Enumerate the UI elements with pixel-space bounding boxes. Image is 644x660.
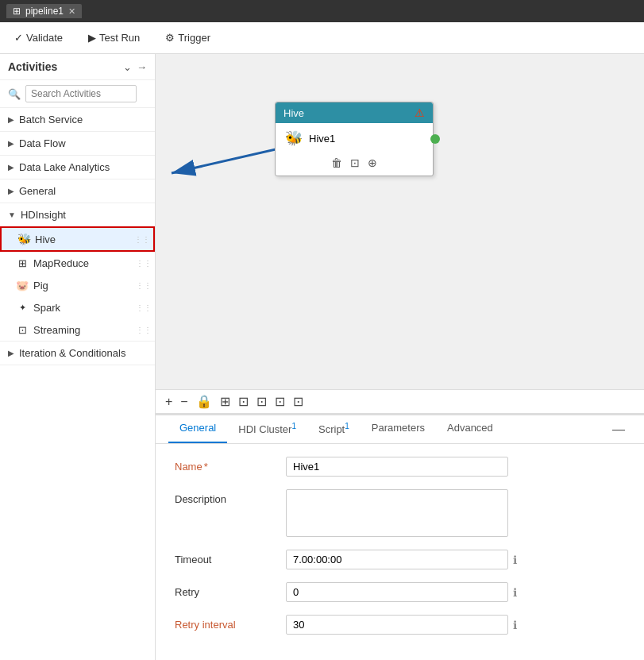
retry-interval-input-wrap: ℹ	[286, 615, 625, 635]
sidebar-group-hdinsight-label: HDInsight	[21, 209, 66, 221]
fit-button[interactable]: ⊞	[220, 394, 230, 409]
sidebar-group-batch-service-header[interactable]: Batch Service	[0, 108, 155, 131]
sidebar-header-icons[interactable]: ⌄ →	[123, 61, 147, 73]
timeout-info-icon[interactable]: ℹ	[513, 554, 517, 566]
description-input-wrap	[286, 489, 625, 537]
copy-icon[interactable]: ⊡	[350, 156, 360, 169]
add-button[interactable]: +	[165, 395, 172, 409]
tab-general-label: General	[179, 422, 216, 434]
sidebar-group-batch-service: Batch Service	[0, 108, 155, 132]
expand-icon[interactable]: ⌄	[123, 61, 132, 73]
sidebar-item-pig[interactable]: 🐷 Pig ⋮⋮	[0, 274, 155, 296]
node-title: Hive	[283, 107, 304, 119]
canvas-node-hive[interactable]: Hive ⚠ 🐝 Hive1 🗑 ⊡ ⊕	[275, 102, 434, 176]
drag-handle: ⋮⋮	[136, 281, 152, 290]
sidebar-item-streaming-label: Streaming	[33, 324, 80, 336]
test-run-icon: ▶	[88, 32, 96, 44]
sidebar-item-hive[interactable]: 🐝 Hive ⋮⋮	[0, 226, 155, 252]
lock-button[interactable]: 🔒	[196, 394, 212, 409]
panel-form: Name* Description Timeout	[156, 444, 644, 660]
sidebar: Activities ⌄ → 🔍 Batch Service Data Flow	[0, 54, 156, 660]
chevron-icon	[8, 187, 14, 195]
sidebar-item-hive-label: Hive	[35, 234, 56, 245]
sidebar-item-spark[interactable]: ✦ Spark ⋮⋮	[0, 296, 155, 318]
tab-general[interactable]: General	[168, 415, 227, 443]
chevron-down-icon	[8, 210, 16, 219]
form-row-retry: Retry ℹ	[175, 582, 625, 602]
name-input-wrap	[286, 457, 625, 477]
sidebar-item-streaming[interactable]: ⊡ Streaming ⋮⋮	[0, 318, 155, 341]
retry-info-icon[interactable]: ℹ	[513, 586, 517, 599]
sidebar-group-iteration-header[interactable]: Iteration & Conditionals	[0, 342, 155, 365]
drag-handle: ⋮⋮	[136, 326, 152, 334]
tab-close-button[interactable]: ✕	[68, 6, 75, 17]
tab-advanced[interactable]: Advanced	[436, 415, 504, 443]
sidebar-group-data-lake-label: Data Lake Analytics	[19, 161, 110, 173]
grid-button[interactable]: ⊡	[275, 394, 285, 409]
retry-label: Retry	[175, 582, 286, 598]
sidebar-item-pig-label: Pig	[33, 280, 48, 291]
tab-parameters[interactable]: Parameters	[361, 415, 436, 443]
search-icon: 🔍	[8, 88, 21, 100]
zoom-in-button[interactable]: ⊡	[238, 394, 249, 409]
description-label: Description	[175, 489, 286, 505]
layout-button[interactable]: ⊡	[293, 394, 303, 409]
sidebar-item-mapreduce[interactable]: ⊞ MapReduce ⋮⋮	[0, 252, 155, 274]
sidebar-group-batch-service-label: Batch Service	[19, 114, 83, 125]
drag-handle: ⋮⋮	[134, 235, 150, 244]
form-row-name: Name*	[175, 457, 625, 477]
test-run-button[interactable]: ▶ Test Run	[83, 29, 145, 47]
minimize-button[interactable]: —	[606, 419, 631, 440]
sidebar-group-data-lake-header[interactable]: Data Lake Analytics	[0, 156, 155, 179]
canvas-toolbar: + − 🔒 ⊞ ⊡ ⊡ ⊡ ⊡	[156, 389, 644, 414]
delete-icon[interactable]: 🗑	[331, 156, 342, 169]
validate-button[interactable]: ✓ Validate	[10, 29, 67, 47]
trigger-button[interactable]: ⚙ Trigger	[160, 29, 215, 47]
chevron-icon	[8, 163, 14, 172]
name-input[interactable]	[286, 457, 508, 477]
validate-label: Validate	[26, 32, 63, 44]
hive-icon: 🐝	[17, 233, 30, 245]
sidebar-group-general: General	[0, 179, 155, 203]
add-icon[interactable]: →	[137, 61, 147, 73]
retry-input[interactable]	[286, 582, 508, 602]
sidebar-group-hdinsight-header[interactable]: HDInsight	[0, 203, 155, 226]
timeout-input-wrap: ℹ	[286, 550, 625, 569]
validate-icon: ✓	[14, 32, 23, 44]
tab-label: pipeline1	[25, 6, 64, 17]
chevron-icon	[8, 115, 14, 124]
timeout-label: Timeout	[175, 550, 286, 565]
bottom-panel: General HDI Cluster1 Script1 Parameters …	[156, 414, 644, 660]
canvas-area[interactable]: Hive ⚠ 🐝 Hive1 🗑 ⊡ ⊕	[156, 54, 644, 389]
pipeline-tab[interactable]: ⊞ pipeline1 ✕	[6, 4, 82, 18]
tab-script[interactable]: Script1	[307, 415, 361, 443]
retry-interval-input[interactable]	[286, 615, 508, 635]
description-input[interactable]	[286, 489, 508, 537]
node-box: Hive ⚠ 🐝 Hive1 🗑 ⊡ ⊕	[275, 102, 434, 176]
node-header: Hive ⚠	[276, 102, 433, 123]
sidebar-item-mapreduce-label: MapReduce	[33, 257, 89, 269]
chevron-icon	[8, 349, 14, 357]
spark-icon: ✦	[16, 301, 29, 314]
node-actions: 🗑 ⊡ ⊕	[276, 153, 433, 176]
search-input[interactable]	[25, 85, 137, 102]
title-bar: ⊞ pipeline1 ✕	[0, 0, 644, 22]
drag-handle: ⋮⋮	[136, 303, 152, 312]
sidebar-group-general-header[interactable]: General	[0, 179, 155, 203]
minus-button[interactable]: −	[180, 395, 187, 409]
panel-tabs: General HDI Cluster1 Script1 Parameters …	[156, 415, 644, 444]
sidebar-group-data-lake: Data Lake Analytics	[0, 156, 155, 179]
sidebar-item-spark-label: Spark	[33, 302, 60, 314]
tab-hdi-cluster[interactable]: HDI Cluster1	[227, 415, 307, 443]
sidebar-group-data-flow-header[interactable]: Data Flow	[0, 132, 155, 155]
trigger-icon: ⚙	[165, 32, 175, 44]
timeout-input[interactable]	[286, 550, 508, 569]
trigger-label: Trigger	[178, 32, 210, 44]
chevron-icon	[8, 139, 14, 148]
tab-hdi-cluster-badge: 1	[291, 422, 296, 430]
test-run-label: Test Run	[99, 32, 140, 44]
sidebar-group-hdinsight: HDInsight 🐝 Hive ⋮⋮ ⊞ MapReduce ⋮⋮ 🐷 Pig…	[0, 203, 155, 342]
retry-interval-info-icon[interactable]: ℹ	[513, 619, 517, 631]
zoom-out-button[interactable]: ⊡	[256, 394, 267, 409]
connect-icon[interactable]: ⊕	[368, 156, 377, 169]
